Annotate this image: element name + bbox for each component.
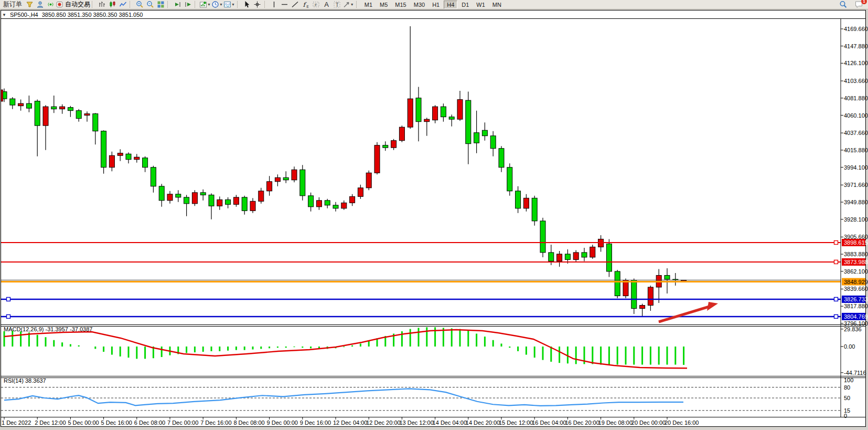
horizontal-line-tool-button[interactable]	[280, 1, 290, 9]
toolbar-separator	[356, 1, 359, 8]
bar-chart-button[interactable]	[97, 1, 107, 9]
price-axis-tick-label: 3817.880	[844, 303, 868, 309]
candle-body	[143, 158, 148, 167]
chart-shift-button[interactable]	[183, 1, 193, 9]
candle-body	[35, 101, 40, 126]
candle-body	[101, 131, 106, 167]
dropdown-caret-icon[interactable]: ▼	[231, 3, 235, 6]
arrows-tool-button[interactable]: ▼	[342, 1, 355, 9]
support-line-1-handle-left[interactable]	[7, 297, 10, 301]
auto-trading-button-label: 自动交易	[65, 0, 90, 9]
auto-trading-button[interactable]: 自动交易	[56, 1, 90, 9]
cursor-icon	[243, 1, 251, 8]
template-button[interactable]: ▼	[223, 1, 235, 9]
dropdown-caret-icon[interactable]: ▼	[350, 3, 354, 6]
trendline-tool-button[interactable]	[290, 1, 301, 9]
candle-body	[565, 254, 570, 260]
line-chart-button[interactable]	[117, 1, 128, 9]
candle-body	[523, 198, 529, 208]
shift-icon	[184, 1, 192, 8]
history-center-button[interactable]	[24, 1, 35, 9]
time-axis-label: 7 Dec 16:00	[200, 419, 231, 426]
timeframe-w1-button[interactable]: W1	[473, 1, 488, 9]
chart-canvas[interactable]: 3898.6153873.9883848.9293826.7333804.769…	[0, 0, 868, 430]
dropdown-caret-icon[interactable]: ▼	[207, 3, 211, 6]
candle-body	[640, 306, 645, 309]
crosshair-tool-button[interactable]	[252, 1, 263, 9]
time-axis-label: 6 Dec 08:00	[134, 419, 165, 426]
chart-title-arrow-icon[interactable]: ▼	[2, 13, 6, 17]
channel-tool-button[interactable]: F	[311, 1, 322, 9]
chart-window[interactable]	[1, 11, 866, 427]
rsi-axis-tick-label: 100	[844, 377, 853, 383]
toolbar-separator	[195, 1, 197, 8]
svg-text:E: E	[307, 5, 309, 8]
add-indicator-button[interactable]: ▼	[199, 1, 211, 9]
addind-icon	[199, 1, 207, 8]
text-label-tool-button[interactable]: T	[332, 1, 342, 9]
publisher-button[interactable]	[35, 1, 45, 9]
crosshair-icon	[253, 1, 261, 8]
signals-button[interactable]	[45, 1, 56, 9]
tile-windows-button[interactable]	[155, 1, 166, 9]
timeframe-m1-button[interactable]: M1	[361, 1, 376, 9]
svg-text:A: A	[325, 1, 329, 8]
vertical-line-tool-button[interactable]	[269, 1, 280, 9]
timeframe-h1-button[interactable]: H1	[429, 1, 443, 9]
dropdown-caret-icon[interactable]: ▼	[219, 3, 223, 6]
candle-body	[482, 130, 487, 136]
auto-scroll-button[interactable]	[172, 1, 183, 9]
time-axis-label: 8 Dec 08:00	[233, 419, 264, 426]
zoom-in-button[interactable]	[134, 1, 145, 9]
candle-body	[134, 157, 140, 160]
candle-body	[665, 275, 670, 279]
support-line-2-handle-left[interactable]	[7, 314, 10, 318]
price-axis-tick-label: 3971.660	[844, 182, 868, 188]
timeframe-h4-button[interactable]: H4	[444, 1, 457, 9]
resistance-line-1-handle-right[interactable]	[834, 240, 838, 244]
zoom-out-button[interactable]	[145, 1, 155, 9]
candle-body	[10, 99, 15, 105]
candle-body	[408, 99, 413, 127]
candle-body	[615, 271, 620, 296]
zoomin-icon	[136, 1, 144, 8]
candle-body	[167, 194, 173, 201]
timeframe-m30-button[interactable]: M30	[411, 1, 428, 9]
search-button[interactable]	[838, 1, 848, 9]
candle-body	[292, 170, 297, 180]
time-axis-label: 14 Dec 04:00	[433, 419, 467, 426]
candle-body	[582, 253, 587, 257]
support-line-1-handle-right[interactable]	[834, 297, 838, 301]
candle-body	[457, 100, 463, 120]
text-tool-button[interactable]: A	[322, 1, 332, 9]
candle-body	[383, 145, 388, 148]
notifications-button[interactable]: 1	[853, 1, 864, 9]
publisher-icon	[36, 1, 44, 8]
candle-body	[43, 107, 48, 125]
candle-body	[267, 182, 272, 191]
timeframe-m5-button[interactable]: M5	[377, 1, 391, 9]
timeframe-d1-button[interactable]: D1	[458, 1, 472, 9]
cursor-tool-button[interactable]	[242, 1, 252, 9]
time-axis-label: 16 Dec 04:00	[532, 419, 566, 426]
new-order-button[interactable]: 新订单	[1, 1, 24, 9]
candle-body	[283, 177, 288, 180]
support-line-2-handle-right[interactable]	[834, 314, 838, 318]
support-line-2-price-label: 3804.769	[844, 313, 868, 320]
autotrade-icon	[56, 1, 63, 8]
timeframe-mn-button[interactable]: MN	[489, 1, 505, 9]
candle-body	[499, 149, 504, 167]
fibonacci-tool-button[interactable]: fE	[301, 1, 311, 9]
macd-indicator-label: MACD(12,26,9) -31.3957 -37.0387	[4, 326, 92, 332]
candlestick-chart-button[interactable]	[107, 1, 117, 9]
chart-title-ohlc: 3850.850 3851.350 3850.350 3851.050	[42, 12, 143, 18]
period-button[interactable]: ▼	[211, 1, 223, 9]
timeframe-m15-button[interactable]: M15	[392, 1, 409, 9]
resistance-line-2-handle-right[interactable]	[834, 260, 838, 264]
candle-body	[606, 244, 612, 271]
candle-body	[159, 186, 164, 201]
tile-icon	[157, 1, 165, 8]
candle-body	[117, 153, 123, 156]
price-axis-tick-label: 3883.880	[844, 251, 868, 257]
time-axis-label: 14 Dec 20:00	[466, 419, 500, 426]
